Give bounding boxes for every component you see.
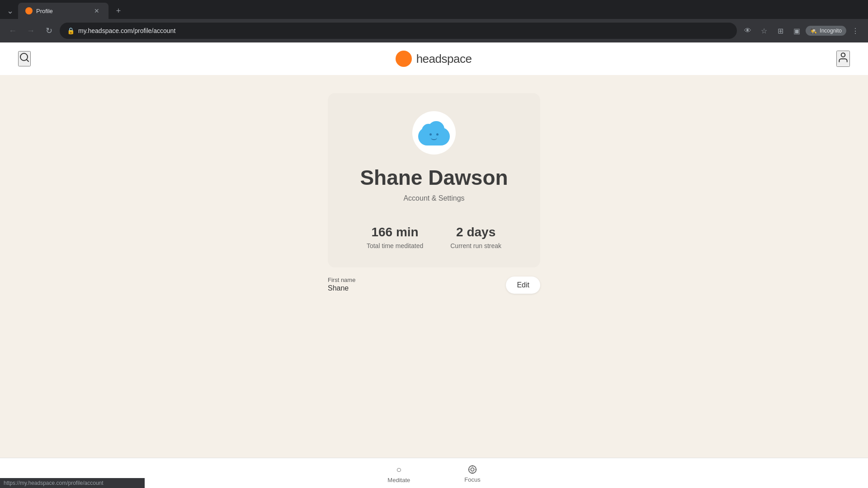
avatar	[418, 121, 450, 145]
meditate-icon: ○	[396, 465, 401, 475]
total-time-value: 166 min	[371, 225, 418, 239]
cloud-mouth	[431, 137, 437, 140]
user-name: Shane Dawson	[360, 165, 508, 190]
focus-nav-item[interactable]: Focus	[464, 465, 480, 483]
svg-point-3	[469, 466, 476, 474]
form-section: First name Shane Edit	[0, 277, 868, 294]
nav-right-controls: 👁 ☆ ⊞ ▣ 🕵 Incognito ⋮	[741, 23, 863, 38]
tab-dropdown[interactable]: ⌄	[4, 5, 16, 17]
reload-button[interactable]: ↻	[42, 23, 56, 38]
incognito-label: Incognito	[820, 28, 842, 34]
first-name-label: First name	[328, 277, 355, 283]
logo-circle	[396, 51, 412, 67]
site-header: headspace	[0, 42, 868, 75]
account-settings-link[interactable]: Account & Settings	[403, 194, 464, 202]
svg-line-1	[27, 60, 28, 61]
streak-value: 2 days	[456, 225, 495, 239]
cloud-eye-left	[429, 133, 432, 136]
url-text: my.headspace.com/profile/account	[78, 27, 175, 34]
hide-eye-icon[interactable]: 👁	[741, 23, 755, 38]
profile-card: Shane Dawson Account & Settings 166 min …	[328, 93, 540, 267]
bookmark-icon[interactable]: ☆	[757, 23, 771, 38]
svg-point-2	[841, 53, 845, 57]
incognito-badge[interactable]: 🕵 Incognito	[806, 26, 846, 36]
tab-close-button[interactable]: ✕	[92, 6, 101, 15]
tab-favicon	[25, 7, 33, 14]
focus-label: Focus	[464, 476, 480, 483]
forward-button[interactable]: →	[24, 23, 38, 38]
total-time-stat: 166 min Total time meditated	[367, 225, 423, 249]
search-button[interactable]	[18, 51, 31, 66]
active-tab[interactable]: Profile ✕	[18, 3, 108, 19]
address-bar[interactable]: 🔒 my.headspace.com/profile/account	[60, 23, 737, 39]
tab-title: Profile	[36, 8, 89, 14]
logo[interactable]: headspace	[396, 51, 472, 67]
back-button[interactable]: ←	[5, 23, 20, 38]
profile-card-container: Shane Dawson Account & Settings 166 min …	[0, 75, 868, 277]
menu-button[interactable]: ⋮	[848, 23, 863, 38]
status-url: https://my.headspace.com/profile/account	[4, 480, 104, 486]
logo-text: headspace	[416, 52, 472, 66]
page-content: headspace	[0, 42, 868, 488]
user-profile-button[interactable]	[836, 51, 850, 67]
nav-bar: ← → ↻ 🔒 my.headspace.com/profile/account…	[0, 19, 868, 42]
svg-point-4	[471, 468, 474, 471]
sidebar-icon[interactable]: ▣	[789, 23, 804, 38]
cloud-eye-right	[436, 133, 439, 136]
incognito-icon: 🕵	[810, 28, 817, 34]
extension-icon[interactable]: ⊞	[773, 23, 788, 38]
new-tab-button[interactable]: +	[112, 5, 125, 17]
total-time-label: Total time meditated	[367, 242, 423, 249]
avatar-container	[412, 111, 456, 155]
focus-icon	[467, 465, 477, 474]
streak-label: Current run streak	[450, 242, 501, 249]
lock-icon: 🔒	[67, 27, 75, 34]
first-name-value: Shane	[328, 284, 355, 292]
form-area: First name Shane Edit	[328, 277, 540, 294]
edit-button[interactable]: Edit	[506, 277, 540, 294]
streak-stat: 2 days Current run streak	[450, 225, 501, 249]
meditate-nav-item[interactable]: ○ Meditate	[387, 465, 410, 483]
stats-row: 166 min Total time meditated 2 days Curr…	[367, 225, 501, 249]
status-bar: https://my.headspace.com/profile/account	[0, 478, 145, 488]
meditate-label: Meditate	[387, 477, 410, 483]
